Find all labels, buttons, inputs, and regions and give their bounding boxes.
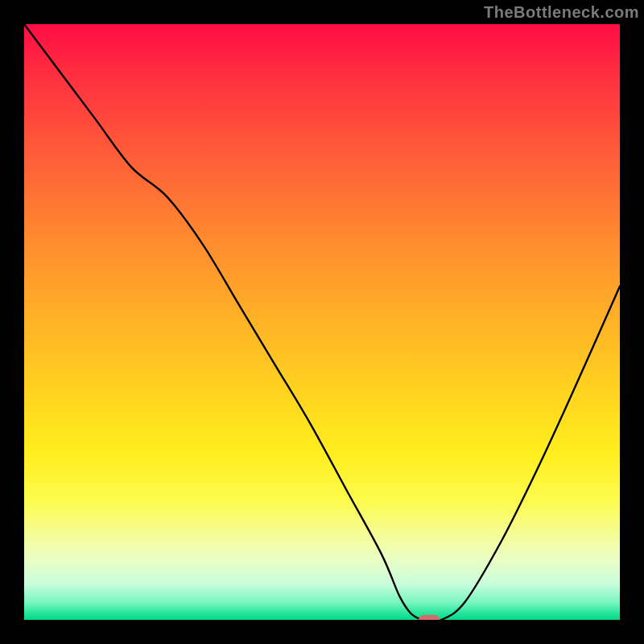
- background-gradient: [24, 24, 620, 620]
- target-marker: [419, 615, 440, 620]
- chart-frame: TheBottleneck.com: [0, 0, 644, 644]
- plot-area: [24, 24, 620, 620]
- watermark-text: TheBottleneck.com: [484, 3, 639, 22]
